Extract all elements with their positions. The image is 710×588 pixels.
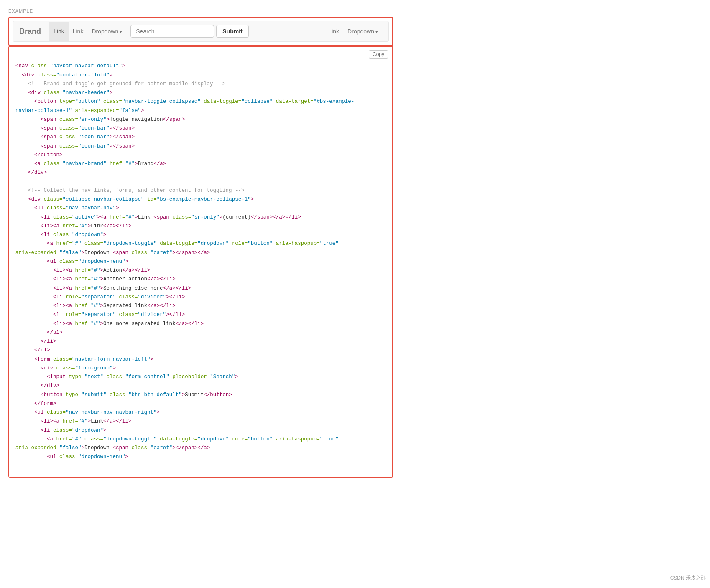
nav-right-dropdown-toggle[interactable]: Dropdown	[343, 22, 382, 41]
navbar-preview-wrapper: Brand Link Link Dropdown Submit	[8, 17, 393, 46]
code-block: <nav class="navbar navbar-default"> <div…	[9, 47, 392, 477]
navbar-form: Submit	[130, 25, 248, 38]
copy-button[interactable]: Copy	[369, 50, 388, 59]
nav-link-active[interactable]: Link	[49, 22, 69, 41]
nav-item-right-dropdown[interactable]: Dropdown	[343, 22, 382, 41]
code-wrapper: Copy <nav class="navbar navbar-default">…	[8, 46, 393, 478]
csdn-label: CSDN 禾皮之邵	[670, 575, 706, 582]
example-label: EXAMPLE	[8, 8, 393, 13]
nav-item-right-link[interactable]: Link	[324, 22, 343, 41]
nav-item-link[interactable]: Link	[69, 22, 88, 41]
search-input[interactable]	[130, 25, 214, 38]
nav-link[interactable]: Link	[69, 22, 88, 41]
nav-dropdown-toggle[interactable]: Dropdown	[87, 22, 126, 41]
nav-item-dropdown[interactable]: Dropdown	[87, 22, 126, 41]
navbar-nav-left: Link Link Dropdown	[49, 22, 126, 41]
nav-item-link-active[interactable]: Link	[49, 22, 69, 41]
submit-button[interactable]: Submit	[216, 25, 248, 38]
navbar-demo: Brand Link Link Dropdown Submit	[13, 21, 389, 42]
navbar-nav-right: Link Dropdown	[324, 22, 382, 41]
navbar-brand[interactable]: Brand	[19, 21, 47, 42]
nav-right-link[interactable]: Link	[324, 22, 343, 41]
